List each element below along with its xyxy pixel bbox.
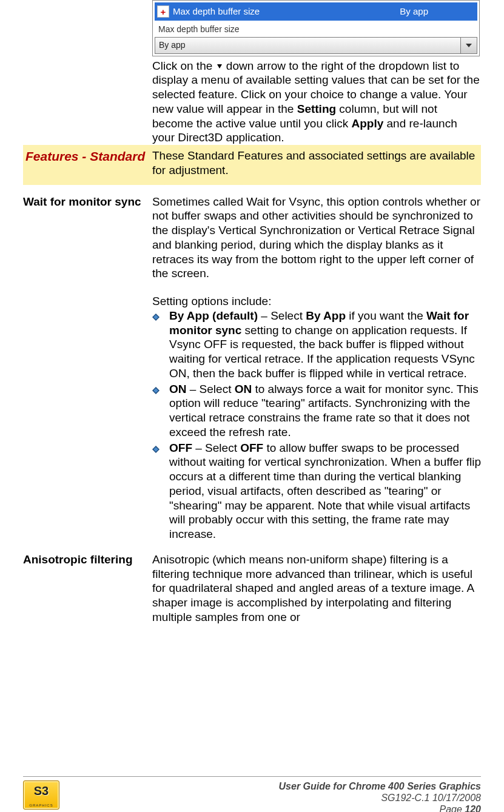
features-title: Features - Standard: [23, 145, 150, 185]
intro-text-a: Click on the: [152, 59, 216, 72]
aniso-p1: Anisotropic (which means non-uniform sha…: [152, 552, 481, 625]
option-on: ON – Select ON to always force a wait fo…: [152, 382, 481, 440]
footer-page-number: 120: [465, 804, 481, 812]
selected-feature-value: By app: [400, 6, 477, 18]
dropdown-button[interactable]: [460, 38, 477, 53]
plus-icon: +: [157, 5, 169, 18]
intro-setting-word: Setting: [297, 102, 336, 115]
bullet-icon: [152, 309, 169, 381]
wait-sync-p2: Setting options include:: [152, 294, 481, 309]
down-arrow-icon: [217, 64, 222, 69]
wait-sync-p1: Sometimes called Wait for Vsync, this op…: [152, 195, 481, 281]
page-footer: S3 GRAPHICS User Guide for Chrome 400 Se…: [23, 776, 481, 812]
detail-label: Max depth buffer size: [158, 24, 475, 35]
wait-sync-title: Wait for monitor sync: [23, 195, 150, 543]
option-off: OFF – Select OFF to allow buffer swaps t…: [152, 441, 481, 542]
footer-docinfo: SG192-C.1 10/17/2008: [64, 792, 481, 804]
s3-logo: S3 GRAPHICS: [23, 780, 59, 810]
bullet-icon: [152, 382, 169, 440]
content-table: + Max depth buffer size By app Max depth…: [23, 0, 481, 625]
selected-feature-label: Max depth buffer size: [173, 6, 400, 18]
footer-page-label: Page: [439, 804, 465, 812]
intro-apply-word: Apply: [351, 117, 383, 130]
features-standard-row: Features - Standard These Standard Featu…: [23, 145, 481, 185]
wait-sync-options: By App (default) – Select By App if you …: [152, 309, 481, 542]
footer-title: User Guide for Chrome 400 Series Graphic…: [64, 780, 481, 792]
aniso-title: Anisotropic filtering: [23, 552, 150, 625]
selected-feature-row: + Max depth buffer size By app: [155, 2, 477, 21]
features-desc: These Standard Features and associated s…: [152, 145, 481, 185]
value-dropdown[interactable]: By app: [155, 37, 477, 54]
dropdown-value: By app: [155, 40, 460, 51]
settings-screenshot: + Max depth buffer size By app Max depth…: [152, 0, 480, 56]
option-by-app: By App (default) – Select By App if you …: [152, 309, 481, 381]
chevron-down-icon: [466, 44, 472, 47]
bullet-icon: [152, 441, 169, 542]
